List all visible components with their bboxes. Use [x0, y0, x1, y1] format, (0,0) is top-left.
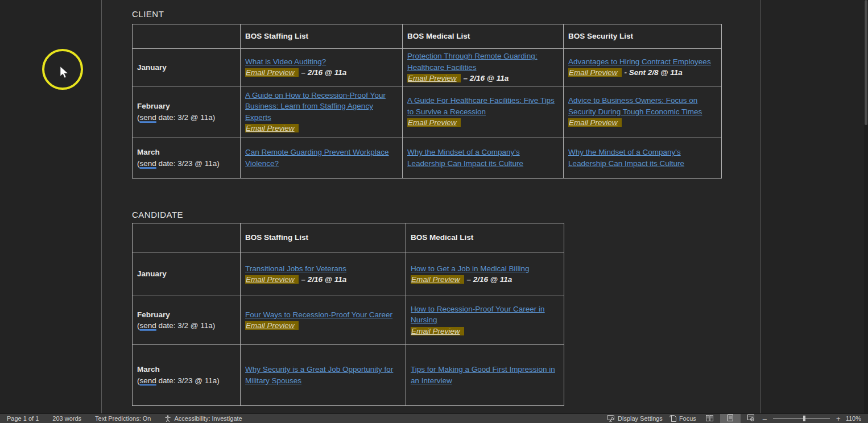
send-date-note: – 2/16 @ 11a: [464, 74, 509, 82]
send-date-note: – 2/16 @ 11a: [301, 68, 347, 77]
status-bar: Page 1 of 1 203 words Text Predictions: …: [0, 413, 868, 423]
table-row: March (send date: 3/23 @ 11a) Why Securi…: [133, 345, 564, 406]
article-link[interactable]: Why Security is a Great Job Opportunity …: [245, 365, 393, 385]
section-title-client: CLIENT: [132, 9, 164, 19]
candidate-header-row: BOS Staffing List BOS Medical List: [133, 223, 564, 252]
send-date-note: – 2/16 @ 11a: [301, 275, 347, 284]
content-cell: Protection Through Remote Guarding: Heal…: [403, 49, 564, 86]
client-table: BOS Staffing List BOS Medical List BOS S…: [132, 24, 722, 179]
article-link[interactable]: Transitional Jobs for Veterans: [245, 264, 346, 273]
focus-mode-button[interactable]: Focus: [666, 414, 700, 423]
content-cell: Can Remote Guarding Prevent Workplace Vi…: [241, 138, 403, 178]
article-link[interactable]: Advice to Business Owners: Focus on Secu…: [568, 96, 702, 116]
month-cell: March (send date: 3/23 @ 11a): [133, 138, 241, 178]
content-cell: How to Recession-Proof Your Career in Nu…: [406, 296, 564, 345]
content-cell: Tips for Making a Good First Impression …: [406, 345, 564, 406]
read-mode-button[interactable]: [700, 414, 720, 423]
vertical-scrollbar[interactable]: [864, 0, 868, 413]
article-link[interactable]: A Guide For Healthcare Facilities: Five …: [407, 96, 555, 116]
content-cell: Advantages to Hiring Contract Employees …: [564, 49, 722, 86]
text-predictions-indicator[interactable]: Text Predictions: On: [92, 414, 154, 423]
table-row: January Transitional Jobs for Veterans E…: [133, 252, 564, 296]
read-mode-icon: [706, 415, 713, 422]
content-cell: Why the Mindset of a Company's Leadershi…: [403, 138, 564, 178]
zoom-in-button[interactable]: +: [834, 414, 842, 423]
article-link[interactable]: How to Recession-Proof Your Career in Nu…: [411, 305, 545, 325]
focus-icon: [669, 415, 676, 422]
email-preview-link[interactable]: Email Preview: [411, 327, 464, 335]
article-link[interactable]: Advantages to Hiring Contract Employees: [568, 57, 711, 66]
email-preview-link[interactable]: Email Preview: [411, 275, 464, 284]
zoom-level[interactable]: 110%: [846, 415, 861, 422]
document-page[interactable]: CLIENT BOS Staffing List BOS Medical Lis…: [101, 0, 761, 413]
email-preview-link[interactable]: Email Preview: [245, 321, 299, 330]
content-cell: How to Get a Job in Medical Billing Emai…: [406, 252, 564, 296]
client-col-staffing: BOS Staffing List: [241, 24, 403, 49]
zoom-slider-thumb[interactable]: [803, 416, 805, 421]
month-label: February: [137, 101, 235, 112]
display-settings-button[interactable]: Display Settings: [604, 414, 666, 423]
mouse-cursor: [59, 66, 69, 78]
email-preview-link[interactable]: Email Preview: [245, 68, 299, 77]
candidate-col-medical: BOS Medical List: [406, 223, 564, 252]
month-label: January: [137, 62, 235, 73]
word-count-indicator[interactable]: 203 words: [49, 414, 85, 423]
editor-canvas: CLIENT BOS Staffing List BOS Medical Lis…: [0, 0, 868, 423]
month-cell: March (send date: 3/23 @ 11a): [133, 345, 241, 406]
email-preview-link[interactable]: Email Preview: [407, 118, 461, 127]
month-cell: January: [133, 49, 241, 86]
table-row: February (send date: 3/2 @ 11a) A Guide …: [133, 86, 722, 138]
article-link[interactable]: A Guide on How to Recession-Proof Your B…: [245, 91, 386, 122]
content-cell: A Guide on How to Recession-Proof Your B…: [241, 86, 403, 138]
display-settings-icon: [607, 415, 615, 422]
send-date-note: (send date: 3/23 @ 11a): [137, 375, 235, 387]
email-preview-link[interactable]: Email Preview: [245, 124, 299, 132]
article-link[interactable]: What is Video Auditing?: [245, 57, 326, 66]
zoom-slider[interactable]: [773, 418, 830, 419]
content-cell: Advice to Business Owners: Focus on Secu…: [564, 86, 722, 138]
client-col-blank: [133, 24, 241, 49]
article-link[interactable]: Tips for Making a Good First Impression …: [411, 365, 555, 385]
section-title-candidate: CANDIDATE: [132, 210, 183, 219]
web-layout-button[interactable]: [741, 414, 761, 423]
web-layout-icon: [747, 414, 754, 422]
month-label: March: [137, 364, 235, 375]
article-link[interactable]: Why the Mindset of a Company's Leadershi…: [568, 148, 684, 168]
content-cell: What is Video Auditing? Email Preview– 2…: [241, 49, 403, 86]
print-layout-button[interactable]: [720, 414, 741, 423]
send-date-note: (send date: 3/23 @ 11a): [137, 158, 235, 169]
content-cell: Why Security is a Great Job Opportunity …: [241, 345, 406, 406]
month-cell: January: [133, 252, 241, 296]
month-label: February: [137, 309, 235, 321]
email-preview-link[interactable]: Email Preview: [245, 275, 299, 284]
email-preview-link[interactable]: Email Preview: [568, 68, 622, 77]
table-row: January What is Video Auditing? Email Pr…: [133, 49, 722, 86]
accessibility-checker[interactable]: Accessibility: Investigate: [161, 414, 245, 423]
send-date-note: (send date: 3/2 @ 11a): [137, 112, 235, 123]
candidate-table: BOS Staffing List BOS Medical List Janua…: [132, 223, 564, 406]
content-cell: A Guide For Healthcare Facilities: Five …: [403, 86, 564, 138]
client-header-row: BOS Staffing List BOS Medical List BOS S…: [133, 24, 722, 49]
candidate-col-blank: [133, 223, 241, 252]
article-link[interactable]: Protection Through Remote Guarding: Heal…: [407, 52, 538, 72]
article-link[interactable]: How to Get a Job in Medical Billing: [411, 264, 530, 273]
accessibility-icon: [164, 415, 171, 422]
content-cell: Transitional Jobs for Veterans Email Pre…: [241, 252, 406, 296]
article-link[interactable]: Can Remote Guarding Prevent Workplace Vi…: [245, 148, 389, 168]
content-cell: Four Ways to Recession-Proof Your Career…: [241, 296, 406, 345]
candidate-col-staffing: BOS Staffing List: [241, 223, 406, 252]
page-number-indicator[interactable]: Page 1 of 1: [3, 414, 42, 423]
email-preview-link[interactable]: Email Preview: [407, 74, 461, 82]
zoom-out-button[interactable]: –: [761, 414, 768, 423]
month-label: March: [137, 147, 235, 158]
table-row: March (send date: 3/23 @ 11a) Can Remote…: [133, 138, 722, 178]
scrollbar-thumb[interactable]: [865, 0, 867, 125]
send-date-note: – 2/16 @ 11a: [467, 275, 512, 284]
email-preview-link[interactable]: Email Preview: [568, 118, 622, 127]
client-col-medical: BOS Medical List: [403, 24, 564, 49]
article-link[interactable]: Why the Mindset of a Company's Leadershi…: [407, 148, 523, 168]
month-cell: February (send date: 3/2 @ 11a): [133, 296, 241, 345]
article-link[interactable]: Four Ways to Recession-Proof Your Career: [245, 310, 392, 319]
month-label: January: [137, 268, 235, 280]
content-cell: Why the Mindset of a Company's Leadershi…: [564, 138, 722, 178]
